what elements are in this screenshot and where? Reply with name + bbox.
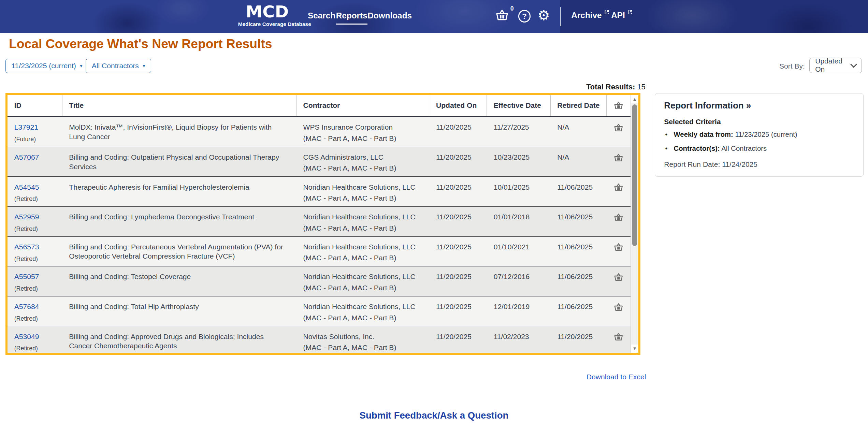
document-id-link[interactable]: A53049: [14, 332, 39, 341]
document-id-link[interactable]: A57067: [14, 152, 39, 162]
add-to-basket-icon[interactable]: [614, 213, 623, 222]
contractor-cell: Noridian Healthcare Solutions, LLC (MAC …: [296, 266, 429, 296]
effective-date: 10/01/2025: [494, 183, 530, 191]
sort-by-select[interactable]: Updated On: [809, 58, 862, 73]
contractor-name: Noridian Healthcare Solutions, LLC: [303, 273, 416, 280]
add-to-basket-icon[interactable]: [614, 243, 623, 251]
col-header-effective-date: Effective Date: [487, 95, 551, 116]
external-link-icon: [604, 10, 609, 15]
download-to-excel-link[interactable]: Download to Excel: [0, 373, 646, 381]
effective-date: 11/27/2025: [494, 123, 529, 131]
id-cell: A56573 (Retired): [8, 237, 62, 266]
add-to-basket-icon[interactable]: [614, 183, 623, 192]
document-status: (Retired): [14, 254, 55, 264]
document-status: (Retired): [14, 224, 55, 234]
title-cell: Billing and Coding: Total Hip Arthroplas…: [62, 296, 296, 326]
id-cell: A54545 (Retired): [8, 177, 62, 206]
effective-date: 10/23/2025: [494, 153, 530, 161]
table-main: ID Title Contractor Updated On Effective…: [8, 95, 631, 353]
retired-date: 11/06/2025: [557, 183, 593, 191]
report-information-heading[interactable]: Report Information »: [664, 101, 854, 111]
document-id-link[interactable]: A56573: [14, 242, 39, 252]
updated-on: 11/20/2025: [436, 243, 472, 251]
contractor-cell: Noridian Healthcare Solutions, LLC (MAC …: [296, 177, 429, 206]
effective-date: 11/02/2023: [494, 333, 529, 340]
document-id-link[interactable]: A57684: [14, 302, 39, 311]
col-header-basket: [607, 95, 631, 116]
retired-date-cell: 11/06/2025: [551, 177, 607, 206]
api-link[interactable]: API: [611, 11, 633, 20]
basket-cell: [607, 326, 631, 352]
id-cell: L37921 (Future): [8, 117, 62, 147]
basket-icon: [495, 9, 509, 21]
table-row: A53049 (Retired) Billing and Coding: App…: [8, 326, 631, 352]
contractor-name: Noridian Healthcare Solutions, LLC: [303, 243, 416, 251]
table-scrollbar[interactable]: ▲ ▼: [631, 95, 638, 353]
document-id-link[interactable]: A54545: [14, 183, 39, 192]
nav-search[interactable]: Search: [308, 11, 335, 20]
updated-on-cell: 11/20/2025: [429, 266, 487, 296]
help-icon[interactable]: ?: [518, 10, 531, 23]
contractor-type: (MAC - Part A, MAC - Part B): [303, 343, 422, 352]
document-status: (Retired): [14, 344, 55, 353]
contractor-cell: Noridian Healthcare Solutions, LLC (MAC …: [296, 237, 429, 266]
col-header-updated-on: Updated On: [429, 95, 487, 116]
title-cell: Billing and Coding: Percutaneous Vertebr…: [62, 237, 296, 266]
contractor-cell: WPS Insurance Corporation (MAC - Part A,…: [296, 117, 429, 147]
nav-downloads[interactable]: Downloads: [367, 11, 412, 20]
document-title: Billing and Coding: Outpatient Physical …: [69, 153, 279, 171]
scroll-up-button[interactable]: ▲: [631, 95, 638, 103]
basket-cell: [607, 207, 631, 236]
table-header-row: ID Title Contractor Updated On Effective…: [8, 95, 631, 117]
add-to-basket-icon[interactable]: [614, 332, 623, 341]
scrollbar-thumb[interactable]: [632, 104, 637, 246]
retired-date: 11/06/2025: [557, 303, 593, 310]
criteria-value: 11/23/2025 (current): [735, 131, 797, 138]
mcd-logo[interactable]: MCD Medicare Coverage Database: [238, 3, 297, 27]
document-id-link[interactable]: A55057: [14, 272, 39, 281]
mcd-logo-title: MCD: [238, 3, 297, 20]
bullet: •: [665, 145, 671, 152]
document-id-link[interactable]: L37921: [14, 122, 38, 132]
add-to-basket-icon[interactable]: [614, 303, 623, 311]
effective-date-cell: 10/23/2025: [487, 147, 551, 177]
retired-date: 11/06/2025: [557, 213, 593, 221]
report-run-date: Report Run Date: 11/24/2025: [664, 160, 854, 169]
add-to-basket-icon[interactable]: [614, 123, 623, 132]
sort-by-value: Updated On: [815, 57, 851, 73]
add-to-basket-icon[interactable]: [614, 153, 623, 162]
criteria-list: • Weekly data from: 11/23/2025 (current)…: [665, 131, 854, 152]
retired-date: 11/06/2025: [557, 273, 593, 280]
total-results-label: Total Results:: [586, 83, 635, 91]
retired-date-cell: 11/20/2025: [551, 326, 607, 352]
updated-on-cell: 11/20/2025: [429, 296, 487, 326]
retired-date-cell: N/A: [551, 117, 607, 147]
effective-date-cell: 10/01/2025: [487, 177, 551, 206]
add-to-basket-icon[interactable]: [614, 273, 623, 281]
title-cell: Billing and Coding: Approved Drugs and B…: [62, 326, 296, 352]
selected-criteria-heading: Selected Criteria: [664, 118, 854, 126]
table-row: A54545 (Retired) Therapeutic Apheresis f…: [8, 177, 631, 207]
external-link-icon: [627, 10, 633, 15]
contractor-name: CGS Administrators, LLC: [303, 153, 384, 161]
basket-button[interactable]: 0: [495, 9, 509, 23]
updated-on: 11/20/2025: [436, 273, 472, 280]
document-title: Billing and Coding: Lymphedema Decongest…: [69, 213, 254, 221]
contractor-filter-value: All Contractors: [92, 62, 139, 70]
page-title: Local Coverage What's New Report Results: [9, 37, 272, 51]
contractor-cell: Novitas Solutions, Inc. (MAC - Part A, M…: [296, 326, 429, 352]
contractor-filter-dropdown[interactable]: All Contractors ▾: [86, 59, 151, 73]
updated-on-cell: 11/20/2025: [429, 237, 487, 266]
submit-feedback-link[interactable]: Submit Feedback/Ask a Question: [0, 410, 868, 421]
document-id-link[interactable]: A52959: [14, 212, 39, 222]
week-filter-dropdown[interactable]: 11/23/2025 (current) ▾: [5, 59, 88, 73]
contractor-name: Noridian Healthcare Solutions, LLC: [303, 183, 416, 191]
archive-link[interactable]: Archive: [571, 11, 609, 20]
gear-icon[interactable]: ⚙: [537, 7, 550, 24]
updated-on-cell: 11/20/2025: [429, 177, 487, 206]
scroll-down-button[interactable]: ▼: [631, 345, 638, 353]
nav-reports[interactable]: Reports: [336, 11, 367, 24]
document-title: Billing and Coding: Total Hip Arthroplas…: [69, 303, 199, 310]
document-status: (Retired): [14, 284, 55, 294]
document-status: (Retired): [14, 194, 55, 204]
